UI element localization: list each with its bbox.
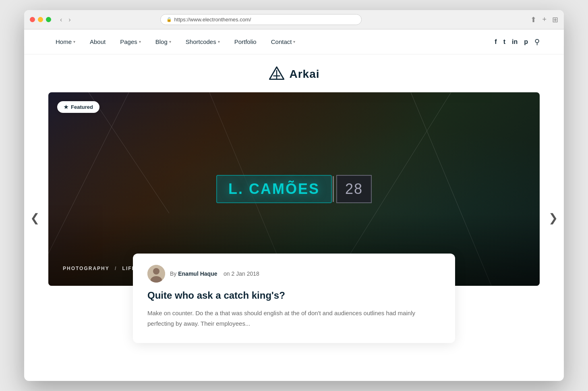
logo-text: Arkai (289, 68, 319, 81)
slider-prev-button[interactable]: ❮ (26, 207, 43, 229)
post-meta: By Enamul Haque on 2 Jan 2018 (147, 265, 441, 283)
maximize-button[interactable] (46, 17, 51, 22)
nav-left: Home ▾ About Pages ▾ Blog ▾ Shortcodes ▾ (48, 29, 302, 54)
nav-item-about[interactable]: About (83, 29, 113, 54)
post-excerpt: Make on counter. Do the a that was shoul… (147, 308, 441, 329)
logo-icon (268, 66, 285, 83)
nav-item-blog[interactable]: Blog ▾ (148, 29, 178, 54)
author-info: By Enamul Haque on 2 Jan 2018 (170, 270, 259, 277)
lock-icon: 🔒 (166, 17, 172, 22)
logo[interactable]: Arkai (268, 66, 319, 83)
share-icon[interactable]: ⬆ (530, 15, 536, 24)
nav-item-portfolio[interactable]: Portfolio (227, 29, 264, 54)
svg-line-3 (89, 92, 169, 213)
traffic-lights (30, 17, 51, 22)
author-by-label: By (170, 270, 176, 277)
chevron-down-icon: ▾ (293, 40, 295, 44)
post-title[interactable]: Quite who ask a catch king's? (147, 289, 441, 302)
category-photography: PHOTOGRAPHY (63, 266, 110, 271)
twitter-icon[interactable]: t (503, 38, 505, 46)
chevron-down-icon: ▾ (218, 40, 220, 44)
svg-point-9 (153, 268, 159, 275)
author-name: Enamul Haque (178, 270, 217, 277)
featured-label: Featured (71, 104, 93, 110)
search-icon[interactable]: ⚲ (534, 37, 540, 46)
back-button[interactable]: ‹ (58, 15, 64, 24)
forward-button[interactable]: › (66, 15, 73, 24)
nav-right: f t in p ⚲ (495, 37, 540, 46)
grid-icon[interactable]: ⊞ (552, 15, 558, 24)
post-date: on 2 Jan 2018 (224, 270, 259, 277)
category-separator: / (115, 266, 117, 271)
address-bar[interactable]: 🔒 https://www.electronthemes.com/ (160, 14, 362, 25)
url-text: https://www.electronthemes.com/ (174, 17, 251, 23)
browser-window: ‹ › 🔒 https://www.electronthemes.com/ ⬆ … (24, 10, 564, 381)
site-navigation: Home ▾ About Pages ▾ Blog ▾ Shortcodes ▾ (24, 29, 564, 54)
svg-line-4 (48, 92, 129, 254)
chevron-down-icon: ▾ (139, 40, 141, 44)
browser-actions: ⬆ + ⊞ (530, 15, 558, 24)
sign-number: 28 (336, 175, 372, 203)
featured-badge: ★ Featured (57, 101, 99, 113)
chevron-down-icon: ▾ (73, 40, 75, 44)
hero-section: ❮ ❯ (48, 92, 540, 343)
sign-text: L. CAMÕES (228, 181, 320, 197)
star-icon: ★ (64, 104, 68, 110)
browser-nav-arrows: ‹ › (58, 15, 73, 24)
street-sign: L. CAMÕES 28 (216, 175, 372, 203)
nav-item-home[interactable]: Home ▾ (48, 29, 83, 54)
minimize-button[interactable] (38, 17, 43, 22)
linkedin-icon[interactable]: in (512, 38, 518, 46)
nav-item-pages[interactable]: Pages ▾ (113, 29, 148, 54)
browser-chrome: ‹ › 🔒 https://www.electronthemes.com/ ⬆ … (24, 10, 564, 29)
pinterest-icon[interactable]: p (524, 38, 528, 46)
sign-board-main: L. CAMÕES (216, 175, 332, 203)
facebook-icon[interactable]: f (495, 38, 497, 46)
chevron-down-icon: ▾ (169, 40, 171, 44)
slider-next-button[interactable]: ❯ (545, 207, 562, 229)
post-card: By Enamul Haque on 2 Jan 2018 Quite who … (133, 254, 455, 343)
author-avatar (147, 265, 165, 283)
add-tab-icon[interactable]: + (542, 15, 547, 24)
nav-item-shortcodes[interactable]: Shortcodes ▾ (178, 29, 227, 54)
nav-item-contact[interactable]: Contact ▾ (264, 29, 303, 54)
site-content: Home ▾ About Pages ▾ Blog ▾ Shortcodes ▾ (24, 29, 564, 343)
logo-section: Arkai (24, 54, 564, 92)
close-button[interactable] (30, 17, 35, 22)
avatar-image (147, 265, 165, 283)
